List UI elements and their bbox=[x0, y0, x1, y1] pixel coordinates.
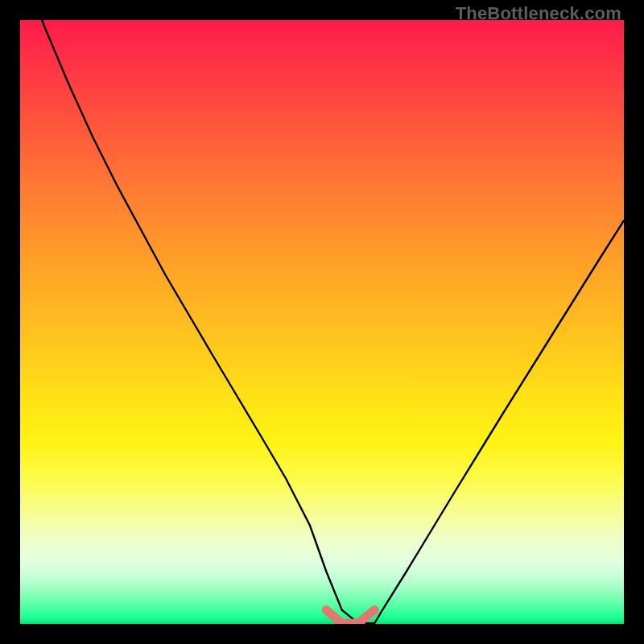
chart-stage: TheBottleneck.com bbox=[0, 0, 644, 644]
bottleneck-curve bbox=[20, 20, 624, 623]
plot-area bbox=[20, 20, 624, 624]
plot-svg bbox=[20, 20, 624, 624]
